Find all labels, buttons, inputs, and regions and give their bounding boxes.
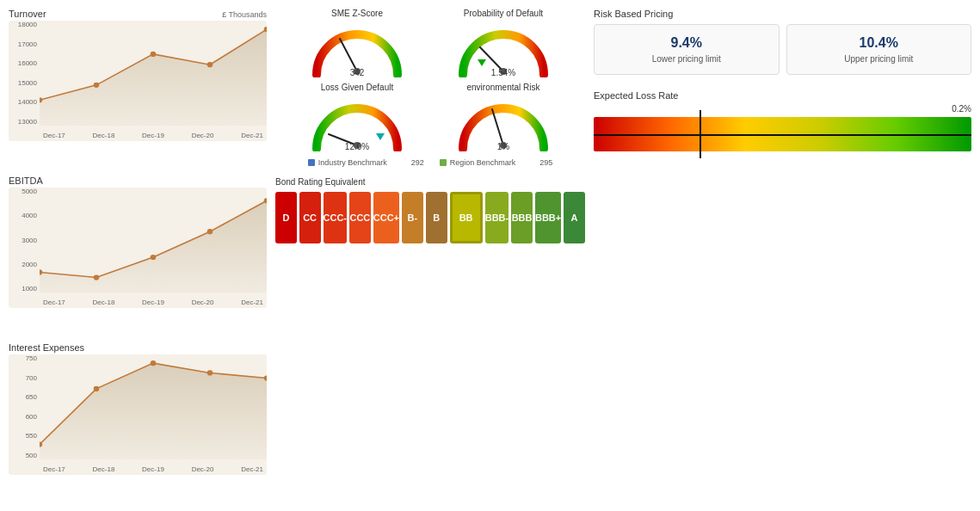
- bond-cell-cc[interactable]: CC: [299, 192, 321, 243]
- interest-y-labels: 750 700 650 600 550 500: [9, 354, 40, 459]
- sme-zscore-wrap: 342: [310, 22, 404, 77]
- svg-marker-0: [40, 29, 267, 126]
- industry-benchmark-value: 292: [411, 158, 424, 167]
- ebitda-y-labels: 5000 4000 3000 2000 1000: [9, 188, 40, 292]
- bond-cell-d[interactable]: D: [275, 192, 297, 243]
- svg-marker-6: [40, 200, 267, 292]
- lgd-value: 12.0%: [345, 142, 369, 151]
- interest-svg-wrap: [40, 358, 267, 459]
- svg-point-10: [207, 229, 213, 234]
- turnover-y-labels: 18000 17000 16000 15000 14000 13000: [9, 21, 40, 126]
- expected-loss-gradient: [594, 117, 971, 151]
- bond-cell-bb[interactable]: BB: [450, 192, 483, 243]
- ebitda-title: EBITDA: [9, 175, 267, 186]
- ebitda-section: EBITDA 5000 4000 3000 2000 1000: [9, 175, 267, 336]
- bond-cell-a[interactable]: A: [564, 192, 585, 243]
- region-benchmark-dot: [440, 159, 447, 166]
- bond-cell-bbb-[interactable]: BBB-: [485, 192, 509, 243]
- env-risk-wrap: 1%: [456, 95, 551, 151]
- expected-loss-section: Expected Loss Rate 0.2%: [594, 90, 971, 151]
- bond-rating-section: Bond Rating Equivalent D CC CCC- CCC CCC…: [275, 177, 585, 243]
- ebitda-x-labels: Dec-17 Dec-18 Dec-19 Dec-20 Dec-21: [40, 297, 267, 308]
- svg-point-4: [207, 62, 213, 67]
- svg-point-15: [151, 360, 157, 366]
- bond-cell-ccc-[interactable]: CCC-: [324, 192, 348, 243]
- sme-zscore-gauge: SME Z-Score: [288, 9, 426, 77]
- turnover-subtitle: £ Thousands: [222, 10, 267, 19]
- prob-default-value: 1.54%: [491, 68, 515, 77]
- right-column: Risk Based Pricing 9.4% Lower pricing li…: [594, 9, 971, 502]
- interest-chart: 750 700 650 600 550 500: [9, 354, 267, 475]
- lgd-label: Loss Given Default: [321, 83, 394, 92]
- left-column: Turnover £ Thousands 18000 17000 16000 1…: [9, 9, 267, 502]
- env-risk-label: environmental Risk: [466, 83, 539, 92]
- bond-rating-bar[interactable]: D CC CCC- CCC CCC+ B- B BB BBB- BBB BBB+…: [275, 192, 585, 243]
- turnover-svg-wrap: [40, 24, 267, 126]
- lower-pricing-label: Lower pricing limit: [601, 54, 772, 64]
- risk-pricing-section: Risk Based Pricing 9.4% Lower pricing li…: [594, 9, 971, 75]
- industry-benchmark: Industry Benchmark: [308, 158, 387, 167]
- svg-line-18: [340, 39, 357, 71]
- region-benchmark: Region Benchmark: [440, 158, 516, 167]
- pricing-cards: 9.4% Lower pricing limit 10.4% Upper pri…: [594, 24, 971, 75]
- industry-benchmark-label: Industry Benchmark: [318, 158, 387, 167]
- loss-given-default-gauge: Loss Given Default: [288, 83, 426, 151]
- interest-title: Interest Expenses: [9, 342, 267, 353]
- svg-marker-23: [376, 133, 385, 140]
- lgd-wrap: 12.0%: [310, 95, 404, 151]
- bottom-gauges-row: Loss Given Default: [275, 83, 585, 151]
- bond-cell-ccc[interactable]: CCC: [349, 192, 371, 243]
- svg-point-3: [151, 52, 157, 57]
- sme-zscore-label: SME Z-Score: [331, 9, 383, 18]
- expected-loss-title: Expected Loss Rate: [594, 90, 971, 101]
- region-benchmark-label: Region Benchmark: [450, 158, 516, 167]
- prob-default-label: Probability of Default: [464, 9, 543, 18]
- upper-pricing-label: Upper pricing limit: [794, 54, 965, 64]
- svg-marker-20: [478, 59, 486, 66]
- svg-point-16: [207, 370, 213, 375]
- svg-point-9: [151, 255, 157, 260]
- svg-line-26: [492, 109, 503, 145]
- crosshair-h: [594, 134, 971, 136]
- turnover-section: Turnover £ Thousands 18000 17000 16000 1…: [9, 9, 267, 169]
- bond-cell-b-[interactable]: B-: [402, 192, 423, 243]
- industry-benchmark-dot: [308, 159, 315, 166]
- sme-zscore-value: 342: [350, 68, 365, 77]
- lower-pricing-value: 9.4%: [601, 35, 772, 51]
- svg-point-2: [94, 83, 100, 88]
- upper-pricing-card: 10.4% Upper pricing limit: [786, 24, 972, 75]
- prob-default-gauge: Probability of Default: [435, 9, 572, 77]
- crosshair-v: [700, 110, 701, 158]
- bond-cell-bbb[interactable]: BBB: [511, 192, 533, 243]
- bond-cell-ccc+[interactable]: CCC+: [373, 192, 399, 243]
- region-benchmark-value: 295: [539, 158, 552, 167]
- interest-x-labels: Dec-17 Dec-18 Dec-19 Dec-20 Dec-21: [40, 464, 267, 475]
- upper-pricing-value: 10.4%: [794, 35, 965, 51]
- middle-column: SME Z-Score: [275, 9, 585, 502]
- turnover-x-labels: Dec-17 Dec-18 Dec-19 Dec-20 Dec-21: [40, 130, 267, 141]
- benchmarks-row: Industry Benchmark 292 Region Benchmark …: [275, 157, 585, 169]
- main-layout: Turnover £ Thousands 18000 17000 16000 1…: [0, 0, 980, 511]
- prob-default-wrap: 1.54%: [456, 22, 551, 77]
- bond-cell-b[interactable]: B: [426, 192, 447, 243]
- bond-cell-bbb+[interactable]: BBB+: [535, 192, 561, 243]
- svg-point-14: [94, 386, 100, 391]
- top-gauges-row: SME Z-Score: [275, 9, 585, 77]
- expected-loss-bar-container: [594, 117, 971, 151]
- env-risk-gauge: environmental Risk: [435, 83, 572, 151]
- lower-pricing-card: 9.4% Lower pricing limit: [594, 24, 780, 75]
- risk-pricing-title: Risk Based Pricing: [594, 9, 971, 19]
- turnover-chart: 18000 17000 16000 15000 14000 13000: [9, 21, 267, 141]
- svg-point-8: [94, 274, 100, 280]
- ebitda-svg-wrap: [40, 191, 267, 292]
- turnover-title: Turnover: [9, 9, 46, 19]
- interest-section: Interest Expenses 750 700 650 600 550 50…: [9, 342, 267, 502]
- expected-loss-pct: 0.2%: [594, 104, 971, 114]
- env-risk-value: 1%: [497, 142, 509, 151]
- bond-rating-title: Bond Rating Equivalent: [275, 177, 585, 187]
- ebitda-chart: 5000 4000 3000 2000 1000: [9, 188, 267, 308]
